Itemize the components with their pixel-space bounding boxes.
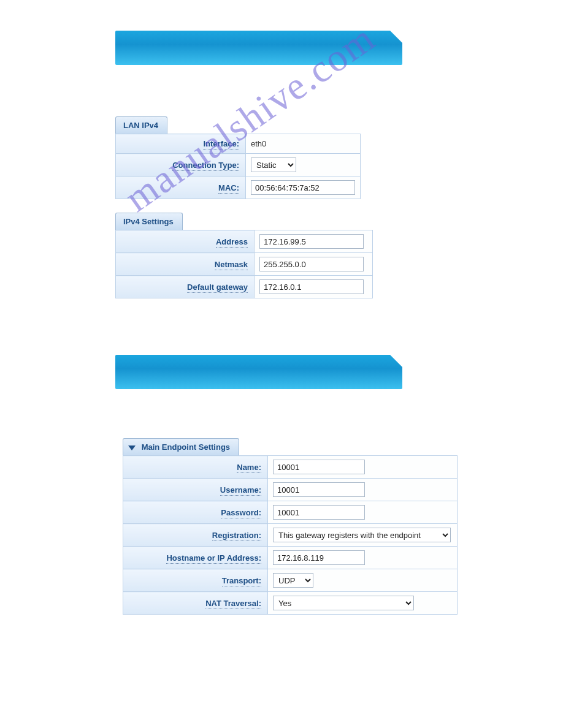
banner-middle — [115, 355, 402, 389]
table-row: Connection Type: Static — [116, 154, 361, 176]
gateway-input[interactable] — [259, 279, 364, 294]
tab-main-endpoint[interactable]: Main Endpoint Settings — [123, 438, 239, 455]
mac-input[interactable] — [251, 180, 355, 195]
mac-label: MAC: — [218, 183, 239, 194]
interface-label: Interface: — [203, 139, 239, 150]
ep-name-input[interactable] — [273, 460, 365, 474]
netmask-label: Netmask — [215, 260, 248, 270]
ep-name-label: Name: — [237, 463, 261, 473]
tab-ipv4-settings-label: IPv4 Settings — [123, 217, 174, 226]
connection-type-label: Connection Type: — [172, 161, 239, 171]
table-row: NAT Traversal: Yes — [123, 592, 458, 615]
gateway-label: Default gateway — [187, 282, 248, 293]
table-row: Password: — [123, 501, 458, 524]
ep-password-input[interactable] — [273, 505, 365, 520]
table-row: Address — [116, 230, 373, 253]
ep-nat-label: NAT Traversal: — [205, 599, 261, 609]
table-row: Transport: UDP — [123, 569, 458, 592]
address-input[interactable] — [259, 234, 364, 249]
connection-type-select[interactable]: Static — [251, 157, 296, 172]
ep-host-input[interactable] — [273, 550, 365, 565]
tab-lan-ipv4[interactable]: LAN IPv4 — [115, 116, 167, 134]
table-row: Username: — [123, 479, 458, 501]
interface-value: eth0 — [251, 139, 266, 148]
banner-top — [115, 31, 402, 65]
ep-transport-select[interactable]: UDP — [273, 573, 313, 588]
address-label: Address — [216, 237, 248, 248]
ep-transport-label: Transport: — [222, 576, 261, 586]
ipv4-settings-table: Address Netmask Default gateway — [115, 230, 373, 298]
chevron-down-icon — [128, 446, 136, 450]
ep-password-label: Password: — [221, 508, 261, 518]
table-row: Registration: This gateway registers wit… — [123, 524, 458, 547]
table-row: Name: — [123, 456, 458, 479]
endpoint-table: Name: Username: Password: Registration: … — [123, 455, 458, 615]
ep-host-label: Hostname or IP Address: — [166, 553, 261, 564]
netmask-input[interactable] — [259, 257, 364, 271]
ep-username-input[interactable] — [273, 482, 365, 497]
table-row: Interface: eth0 — [116, 134, 361, 154]
ep-registration-select[interactable]: This gateway registers with the endpoint — [273, 528, 451, 542]
ep-nat-select[interactable]: Yes — [273, 596, 414, 610]
ep-username-label: Username: — [220, 485, 261, 496]
tab-lan-ipv4-label: LAN IPv4 — [123, 121, 158, 130]
table-row: MAC: — [116, 176, 361, 199]
table-row: Default gateway — [116, 276, 373, 298]
ep-registration-label: Registration: — [212, 531, 261, 541]
lan-ipv4-table: Interface: eth0 Connection Type: Static … — [115, 134, 361, 199]
table-row: Hostname or IP Address: — [123, 547, 458, 569]
table-row: Netmask — [116, 253, 373, 276]
tab-main-endpoint-label: Main Endpoint Settings — [142, 442, 230, 452]
tab-ipv4-settings[interactable]: IPv4 Settings — [115, 213, 183, 230]
